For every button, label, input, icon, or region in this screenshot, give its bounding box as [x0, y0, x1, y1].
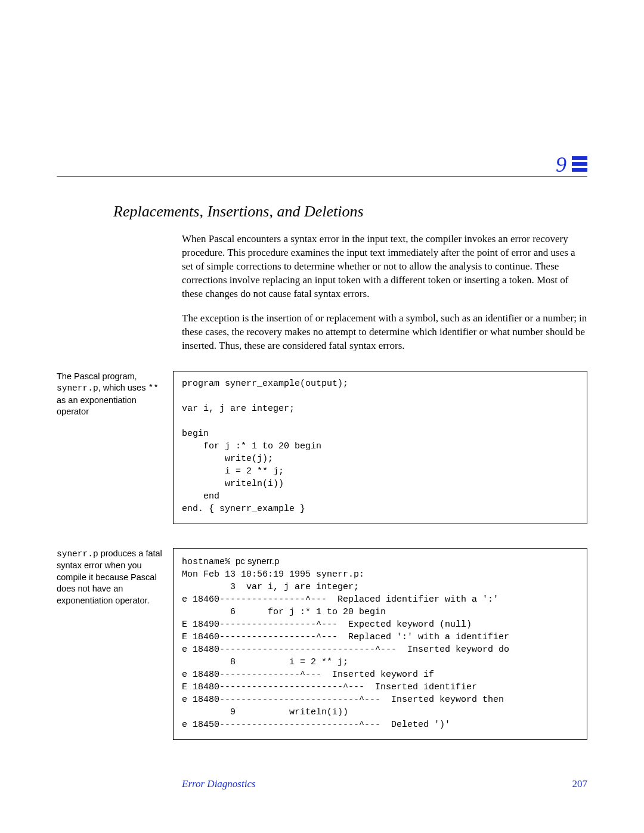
side-note-2: synerr.p produces a fatal syntax error w…: [57, 548, 173, 740]
code-box-1: program synerr_example(output); var i, j…: [173, 371, 587, 524]
section-title: Replacements, Insertions, and Deletions: [113, 203, 587, 221]
top-rule: [57, 176, 587, 176]
code-box-2: hostname% pc synerr.p Mon Feb 13 10:56:1…: [173, 548, 587, 740]
footer-page-number: 207: [572, 778, 588, 790]
paragraph-1: When Pascal encounters a syntax error in…: [182, 233, 587, 301]
chapter-icon: [572, 156, 587, 172]
chapter-number: 9: [556, 152, 566, 177]
side-note-1: The Pascal program, synerr.p, which uses…: [57, 371, 173, 524]
footer-title: Error Diagnostics: [182, 778, 256, 790]
page-footer: Error Diagnostics 207: [182, 778, 587, 790]
paragraph-2: The exception is the insertion of or rep…: [182, 312, 587, 353]
